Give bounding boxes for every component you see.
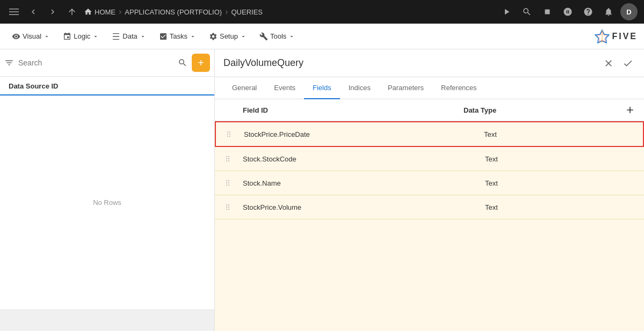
back-button[interactable] xyxy=(26,4,41,19)
svg-rect-2 xyxy=(9,14,19,16)
toolbar-tools[interactable]: Tools xyxy=(254,29,300,44)
search-input[interactable] xyxy=(18,58,173,67)
toolbar-data[interactable]: Data xyxy=(106,29,151,44)
table-row[interactable]: StockPrice.PriceDate Text xyxy=(215,121,644,147)
breadcrumb-queries[interactable]: QUERIES xyxy=(231,8,263,16)
breadcrumb-home[interactable]: HOME xyxy=(84,8,115,16)
svg-point-9 xyxy=(227,134,228,135)
svg-point-15 xyxy=(226,158,227,159)
toolbar-visual-label: Visual xyxy=(23,32,41,40)
tabs: General Events Fields Indices Parameters… xyxy=(215,77,644,99)
bot-button[interactable] xyxy=(559,3,576,20)
add-button[interactable]: + xyxy=(192,54,210,72)
search-button[interactable] xyxy=(518,3,536,20)
five-logo-icon xyxy=(595,29,610,44)
tab-fields[interactable]: Fields xyxy=(304,77,340,99)
breadcrumb-applications[interactable]: APPLICATIONS (PORTFOLIO) xyxy=(125,8,222,16)
menu-icon[interactable] xyxy=(6,4,21,19)
col-field-header: Field ID xyxy=(243,106,464,114)
confirm-button[interactable] xyxy=(620,56,635,71)
toolbar-setup[interactable]: Setup xyxy=(204,29,252,44)
toolbar-tasks[interactable]: Tasks xyxy=(154,29,201,44)
tab-parameters[interactable]: Parameters xyxy=(379,77,432,99)
panel-header-actions xyxy=(601,56,635,71)
panel-title: DailyVolumeQuery xyxy=(223,57,303,69)
svg-point-8 xyxy=(229,131,230,133)
toolbar-data-label: Data xyxy=(122,32,137,40)
sidebar-header: Data Source ID xyxy=(0,77,214,95)
toolbar-tasks-label: Tasks xyxy=(170,32,187,40)
play-button[interactable] xyxy=(498,3,515,20)
field-id-cell: Stock.Name xyxy=(243,179,485,187)
user-avatar[interactable]: D xyxy=(620,3,638,20)
svg-rect-0 xyxy=(9,9,19,10)
top-nav-right: D xyxy=(498,3,638,20)
col-type-header: Data Type xyxy=(464,106,614,114)
tab-indices[interactable]: Indices xyxy=(340,77,379,99)
field-id-cell: StockPrice.PriceDate xyxy=(244,130,484,138)
svg-point-29 xyxy=(226,209,227,210)
toolbar: Visual Logic Data Tasks Setup Tools xyxy=(0,24,644,49)
svg-point-28 xyxy=(228,207,229,208)
breadcrumb-home-label: HOME xyxy=(95,8,115,16)
field-id-cell: StockPrice.Volume xyxy=(243,203,485,211)
data-type-cell: Text xyxy=(485,179,635,187)
main-content: + Data Source ID No Rows DailyVolumeQuer… xyxy=(0,49,644,331)
five-logo-text: FIVE xyxy=(612,32,638,41)
svg-point-27 xyxy=(226,207,227,208)
svg-rect-3 xyxy=(545,10,550,14)
top-nav-left: HOME › APPLICATIONS (PORTFOLIO) › QUERIE… xyxy=(6,4,494,19)
svg-point-19 xyxy=(226,180,227,181)
svg-point-7 xyxy=(227,131,228,133)
table-area: Field ID Data Type StockPrice.PriceDate … xyxy=(215,99,644,331)
search-button[interactable] xyxy=(178,58,187,68)
five-logo: FIVE xyxy=(595,29,638,44)
svg-point-24 xyxy=(228,185,229,186)
tab-general[interactable]: General xyxy=(223,77,265,99)
drag-handle xyxy=(223,155,243,163)
tab-events[interactable]: Events xyxy=(265,77,304,99)
sidebar-bottom xyxy=(0,310,214,331)
svg-point-17 xyxy=(226,160,227,161)
panel-header: DailyVolumeQuery xyxy=(215,49,644,77)
svg-point-16 xyxy=(228,158,229,159)
svg-point-14 xyxy=(228,156,229,157)
toolbar-tools-label: Tools xyxy=(270,32,286,40)
table-row[interactable]: StockPrice.Volume Text xyxy=(215,195,644,219)
table-row[interactable]: Stock.StockCode Text xyxy=(215,147,644,171)
close-button[interactable] xyxy=(601,56,616,71)
table-header-row: Field ID Data Type xyxy=(215,99,644,121)
data-type-cell: Text xyxy=(485,203,635,211)
sidebar-search-row: + xyxy=(0,49,214,77)
breadcrumb-sep2: › xyxy=(225,7,228,17)
svg-point-11 xyxy=(227,136,228,137)
data-type-cell: Text xyxy=(485,155,635,163)
toolbar-visual[interactable]: Visual xyxy=(6,29,55,44)
toolbar-logic[interactable]: Logic xyxy=(57,29,104,44)
svg-point-26 xyxy=(228,204,229,205)
drag-handle xyxy=(223,203,243,211)
svg-point-22 xyxy=(228,182,229,183)
svg-point-30 xyxy=(228,209,229,210)
forward-button[interactable] xyxy=(45,4,60,19)
data-type-cell: Text xyxy=(484,130,634,138)
table-row[interactable]: Stock.Name Text xyxy=(215,171,644,195)
up-button[interactable] xyxy=(64,4,79,19)
svg-point-23 xyxy=(226,185,227,186)
svg-rect-1 xyxy=(9,11,19,12)
help-button[interactable] xyxy=(580,3,597,20)
field-id-cell: Stock.StockCode xyxy=(243,155,485,163)
svg-point-10 xyxy=(229,134,230,135)
toolbar-setup-label: Setup xyxy=(220,32,238,40)
drag-handle xyxy=(225,130,244,138)
svg-point-18 xyxy=(228,160,229,161)
tab-references[interactable]: References xyxy=(432,77,485,99)
stop-button[interactable] xyxy=(539,3,556,20)
right-panel: DailyVolumeQuery General Events Fields I… xyxy=(215,49,644,331)
add-row-button[interactable] xyxy=(614,105,635,115)
bell-button[interactable] xyxy=(600,3,617,20)
svg-point-12 xyxy=(229,136,230,137)
svg-point-13 xyxy=(226,156,227,157)
svg-point-25 xyxy=(226,204,227,205)
top-nav: HOME › APPLICATIONS (PORTFOLIO) › QUERIE… xyxy=(0,0,644,24)
